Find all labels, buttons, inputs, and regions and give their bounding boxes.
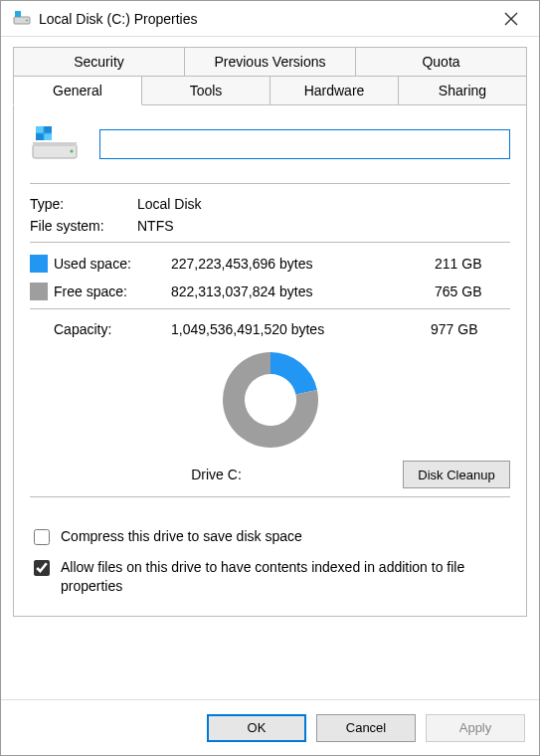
- tab-strip: Security Previous Versions Quota General…: [13, 47, 527, 617]
- separator: [30, 242, 510, 243]
- tab-sharing[interactable]: Sharing: [399, 77, 527, 105]
- tab-general[interactable]: General: [13, 77, 142, 105]
- capacity-bytes: 1,049,536,491,520 bytes: [163, 321, 431, 337]
- svg-point-2: [26, 20, 28, 22]
- drive-icon: [13, 8, 31, 29]
- svg-rect-1: [15, 11, 21, 17]
- used-bytes: 227,223,453,696 bytes: [163, 256, 431, 272]
- index-label[interactable]: Allow files on this drive to have conten…: [61, 558, 510, 596]
- window-title: Local Disk (C:) Properties: [39, 11, 491, 27]
- dialog-button-row: OK Cancel Apply: [1, 699, 539, 755]
- compress-checkbox[interactable]: [34, 529, 50, 545]
- free-bytes: 822,313,037,824 bytes: [163, 284, 431, 299]
- tab-hardware[interactable]: Hardware: [270, 77, 399, 105]
- cancel-button[interactable]: Cancel: [316, 714, 416, 742]
- drive-large-icon: [30, 122, 80, 165]
- used-gb: 211 GB: [431, 256, 510, 272]
- svg-rect-8: [45, 126, 53, 133]
- index-checkbox[interactable]: [34, 560, 50, 576]
- type-value: Local Disk: [137, 196, 202, 212]
- tab-previous-versions[interactable]: Previous Versions: [185, 47, 356, 77]
- ok-button[interactable]: OK: [207, 714, 306, 742]
- svg-rect-7: [36, 126, 44, 133]
- free-gb: 765 GB: [431, 284, 510, 299]
- svg-point-5: [70, 149, 73, 152]
- svg-rect-4: [33, 142, 77, 146]
- apply-button[interactable]: Apply: [426, 714, 525, 742]
- svg-rect-9: [36, 134, 44, 141]
- filesystem-label: File system:: [30, 218, 137, 234]
- separator: [30, 183, 510, 184]
- capacity-label: Capacity:: [54, 321, 163, 337]
- drive-label: Drive C:: [30, 467, 403, 482]
- close-button[interactable]: [491, 5, 531, 33]
- separator: [30, 308, 510, 309]
- properties-dialog: Local Disk (C:) Properties Security Prev…: [0, 0, 540, 756]
- tab-quota[interactable]: Quota: [356, 47, 527, 77]
- disk-cleanup-button[interactable]: Disk Cleanup: [403, 461, 510, 488]
- volume-label-input[interactable]: [99, 129, 510, 159]
- tab-security[interactable]: Security: [13, 47, 185, 77]
- separator: [30, 496, 510, 497]
- svg-rect-10: [45, 134, 53, 141]
- capacity-gb: 977 GB: [431, 321, 510, 337]
- used-swatch: [30, 255, 48, 273]
- filesystem-value: NTFS: [137, 218, 174, 234]
- tab-tools[interactable]: Tools: [142, 77, 270, 105]
- titlebar: Local Disk (C:) Properties: [1, 1, 539, 37]
- free-swatch: [30, 283, 48, 300]
- used-label: Used space:: [54, 256, 163, 272]
- type-label: Type:: [30, 196, 137, 212]
- general-panel: Type: Local Disk File system: NTFS Used …: [13, 104, 527, 617]
- content-area: Security Previous Versions Quota General…: [1, 37, 539, 699]
- usage-pie-chart: [30, 345, 510, 455]
- free-label: Free space:: [54, 284, 163, 299]
- compress-label[interactable]: Compress this drive to save disk space: [61, 527, 510, 546]
